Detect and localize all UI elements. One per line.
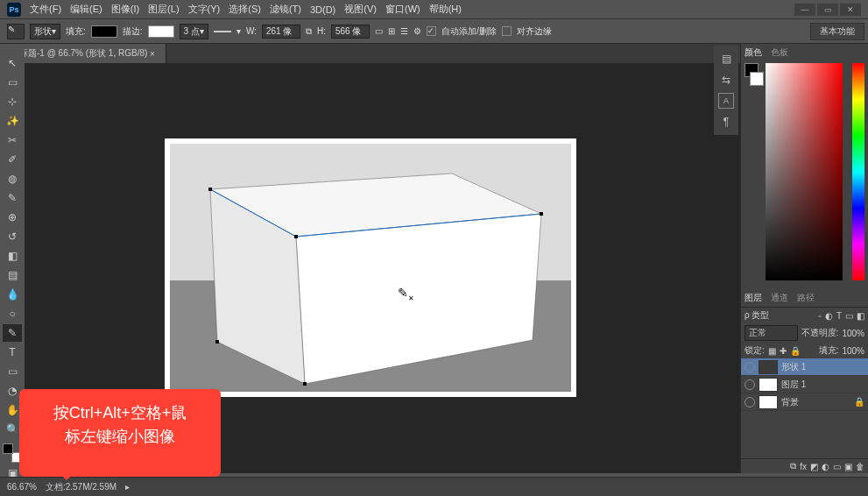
- shape-mode-dropdown[interactable]: 形状 ▾: [30, 24, 60, 39]
- history-brush-tool[interactable]: ↺: [3, 228, 22, 245]
- menu-edit[interactable]: 编辑(E): [70, 3, 102, 16]
- layer-thumb[interactable]: [759, 378, 778, 392]
- align-edges-checkbox[interactable]: [502, 26, 512, 36]
- link-wh-icon[interactable]: ⧉: [306, 26, 312, 37]
- doc-size[interactable]: 文档:2.57M/2.59M: [46, 481, 116, 493]
- layer-thumb[interactable]: [759, 360, 778, 374]
- document-tab[interactable]: 未标题-1 @ 66.7% (形状 1, RGB/8) ×: [0, 44, 166, 63]
- layers-panel: ρ 类型 ▫ ◐ T ▭ ◧ 正常 不透明度: 100% 锁定: ▦ ✚ 🔒 填…: [741, 307, 868, 473]
- width-input[interactable]: [262, 25, 300, 39]
- minimize-button[interactable]: —: [794, 4, 815, 16]
- healing-tool[interactable]: ◍: [3, 170, 22, 188]
- tab-channels[interactable]: 通道: [771, 292, 788, 304]
- layer-fx-icon[interactable]: fx: [800, 462, 807, 471]
- eyedropper-tool[interactable]: ✐: [3, 151, 22, 168]
- menu-file[interactable]: 文件(F): [30, 3, 61, 16]
- gear-icon[interactable]: ⚙: [413, 26, 421, 36]
- menu-filter[interactable]: 滤镜(T): [270, 3, 301, 16]
- lock-pixels-icon[interactable]: ▦: [768, 346, 776, 356]
- marquee-tool[interactable]: ▭: [3, 74, 22, 91]
- menu-image[interactable]: 图像(I): [111, 3, 139, 16]
- brush-tool[interactable]: ✎: [3, 189, 22, 207]
- stroke-label: 描边:: [123, 25, 143, 38]
- align-edges-label: 对齐边缘: [517, 25, 552, 38]
- color-preview[interactable]: [745, 63, 764, 86]
- fill-swatch[interactable]: [91, 25, 117, 38]
- group-icon[interactable]: ▭: [833, 462, 841, 471]
- tool-preset-icon[interactable]: ✎: [7, 24, 25, 39]
- maximize-button[interactable]: ▭: [817, 4, 838, 16]
- blur-tool[interactable]: 💧: [3, 286, 22, 303]
- lasso-tool[interactable]: ⊹: [3, 93, 22, 110]
- lock-all-icon[interactable]: 🔒: [790, 346, 801, 356]
- path-select-tool[interactable]: ▭: [3, 363, 22, 380]
- lock-position-icon[interactable]: ✚: [780, 346, 787, 356]
- fg-color-swatch[interactable]: [3, 443, 13, 454]
- visibility-toggle[interactable]: [745, 362, 755, 372]
- w-label: W:: [246, 26, 257, 36]
- close-button[interactable]: ✕: [840, 4, 861, 16]
- menu-3d[interactable]: 3D(D): [310, 4, 335, 15]
- layer-row-background[interactable]: 背景 🔒: [741, 393, 868, 411]
- layer-thumb[interactable]: [759, 395, 778, 409]
- stroke-swatch[interactable]: [148, 25, 174, 38]
- move-tool[interactable]: ↖: [3, 54, 22, 72]
- filter-smart-icon[interactable]: ◧: [857, 311, 864, 321]
- paragraph-panel-icon[interactable]: ¶: [718, 114, 734, 130]
- height-input[interactable]: [331, 25, 370, 39]
- stroke-width-dropdown[interactable]: 3 点 ▾: [180, 24, 208, 39]
- gradient-tool[interactable]: ▤: [3, 266, 22, 284]
- layer-mask-icon[interactable]: ◩: [810, 462, 818, 471]
- auto-add-checkbox[interactable]: [427, 26, 436, 36]
- new-layer-icon[interactable]: ▣: [844, 462, 852, 471]
- canvas[interactable]: [165, 138, 576, 397]
- filter-shape-icon[interactable]: ▭: [845, 311, 853, 321]
- workspace-switcher[interactable]: 基本功能: [810, 23, 864, 40]
- opacity-value[interactable]: 100%: [842, 329, 864, 338]
- path-ops-icon[interactable]: ▭: [375, 26, 383, 36]
- svg-rect-7: [303, 382, 307, 386]
- blend-mode-dropdown[interactable]: 正常: [745, 325, 798, 341]
- filter-text-icon[interactable]: T: [836, 311, 842, 321]
- stroke-style-preview[interactable]: [214, 31, 231, 32]
- stamp-tool[interactable]: ⊕: [3, 209, 22, 226]
- character-panel-icon[interactable]: A: [718, 93, 734, 109]
- menu-help[interactable]: 帮助(H): [429, 3, 462, 16]
- zoom-level[interactable]: 66.67%: [7, 482, 37, 492]
- filter-img-icon[interactable]: ▫: [818, 311, 822, 321]
- layer-name[interactable]: 背景: [781, 396, 799, 408]
- adjustment-layer-icon[interactable]: ◐: [822, 462, 829, 471]
- visibility-toggle[interactable]: [745, 397, 755, 407]
- layer-name[interactable]: 图层 1: [781, 379, 806, 391]
- kind-filter[interactable]: ρ 类型: [745, 309, 769, 322]
- align-icon[interactable]: ⊞: [388, 26, 395, 36]
- properties-panel-icon[interactable]: ⇆: [718, 72, 734, 88]
- crop-tool[interactable]: ✂: [3, 131, 22, 149]
- filter-adj-icon[interactable]: ◐: [825, 311, 833, 321]
- layer-row-layer1[interactable]: 图层 1: [741, 376, 868, 393]
- menu-view[interactable]: 视图(V): [344, 3, 377, 16]
- layer-row-shape1[interactable]: 形状 1: [741, 358, 868, 376]
- menu-text[interactable]: 文字(Y): [188, 3, 221, 16]
- eraser-tool[interactable]: ◧: [3, 247, 22, 265]
- menu-select[interactable]: 选择(S): [229, 3, 261, 16]
- tab-swatches[interactable]: 色板: [771, 46, 788, 59]
- dodge-tool[interactable]: ○: [3, 305, 22, 322]
- tab-color[interactable]: 颜色: [745, 46, 762, 59]
- history-panel-icon[interactable]: ▤: [718, 51, 734, 67]
- pen-tool[interactable]: ✎: [3, 324, 22, 342]
- menu-window[interactable]: 窗口(W): [385, 3, 420, 16]
- menu-layer[interactable]: 图层(L): [148, 3, 179, 16]
- color-field[interactable]: [766, 63, 843, 280]
- fill-value[interactable]: 100%: [842, 346, 864, 356]
- tab-layers[interactable]: 图层: [745, 292, 762, 304]
- visibility-toggle[interactable]: [745, 379, 755, 390]
- text-tool[interactable]: T: [3, 344, 22, 361]
- wand-tool[interactable]: ✨: [3, 112, 22, 130]
- tab-paths[interactable]: 路径: [797, 292, 815, 304]
- layer-name[interactable]: 形状 1: [781, 361, 806, 373]
- link-layers-icon[interactable]: ⧉: [790, 461, 796, 471]
- delete-layer-icon[interactable]: 🗑: [856, 462, 864, 471]
- arrange-icon[interactable]: ☰: [400, 26, 408, 36]
- hue-slider[interactable]: [852, 63, 864, 280]
